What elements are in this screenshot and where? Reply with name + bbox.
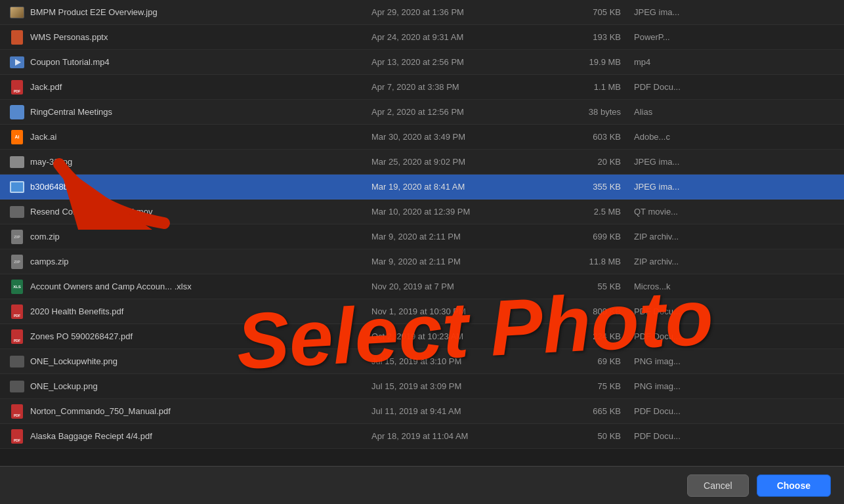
file-icon: ZIP: [8, 230, 26, 244]
file-size: 224 KB: [555, 331, 634, 341]
file-name: Resend Confirmation Email.mov: [30, 207, 371, 217]
file-size: 193 KB: [555, 32, 634, 42]
table-row[interactable]: may-31.jpg Mar 25, 2020 at 9:02 PM 20 KB…: [0, 150, 844, 175]
file-name: Coupon Tutorial.mp4: [30, 57, 371, 67]
file-date: Nov 20, 2019 at 7 PM: [371, 282, 555, 291]
file-name: Jack.ai: [30, 132, 371, 142]
file-icon: PDF: [8, 429, 26, 444]
file-size: 603 KB: [555, 132, 634, 142]
file-kind: JPEG ima...: [634, 157, 836, 167]
file-icon: Ai: [8, 130, 26, 144]
file-date: Apr 29, 2020 at 1:36 PM: [371, 7, 555, 17]
file-date: Mar 9, 2020 at 2:11 PM: [371, 232, 555, 242]
file-size: 2.5 MB: [555, 207, 634, 217]
file-size: 69 KB: [555, 356, 634, 366]
file-name: Norton_Commando_750_Manual.pdf: [30, 406, 371, 416]
file-size: 665 KB: [555, 406, 634, 416]
file-kind: mp4: [634, 57, 836, 67]
file-kind: JPEG ima...: [634, 7, 836, 17]
file-date: Apr 24, 2020 at 9:31 AM: [371, 32, 555, 42]
choose-button[interactable]: Choose: [757, 474, 831, 497]
table-row[interactable]: WMS Personas.pptx Apr 24, 2020 at 9:31 A…: [0, 25, 844, 50]
file-size: 699 KB: [555, 232, 634, 242]
file-icon: PDF: [8, 329, 26, 344]
file-kind: Micros...k: [634, 282, 836, 291]
file-size: 19.9 MB: [555, 57, 634, 67]
file-kind: PNG imag...: [634, 356, 836, 366]
file-name: Zones PO 5900268427.pdf: [30, 331, 371, 341]
cancel-button[interactable]: Cancel: [687, 474, 749, 497]
table-row[interactable]: RingCentral Meetings Apr 2, 2020 at 12:5…: [0, 100, 844, 125]
file-kind: Alias: [634, 107, 836, 117]
file-name: may-31.jpg: [30, 157, 371, 167]
file-kind: PNG imag...: [634, 381, 836, 391]
table-row[interactable]: BMPM Product E2E Overview.jpg Apr 29, 20…: [0, 0, 844, 25]
file-date: Apr 2, 2020 at 12:56 PM: [371, 107, 555, 117]
file-icon: [8, 205, 26, 219]
file-name: RingCentral Meetings: [30, 107, 371, 117]
file-kind: PDF Docu...: [634, 431, 836, 441]
file-name: WMS Personas.pptx: [30, 32, 371, 42]
table-row[interactable]: PDF Jack.pdf Apr 7, 2020 at 3:38 PM 1.1 …: [0, 75, 844, 100]
table-row[interactable]: PDF Alaska Baggage Reciept 4/4.pdf Apr 1…: [0, 424, 844, 449]
file-name: 2020 Health Benefits.pdf: [30, 306, 371, 316]
file-icon: [8, 55, 26, 70]
bottom-bar: Cancel Choose: [0, 466, 844, 504]
file-icon: PDF: [8, 304, 26, 319]
file-date: Mar 9, 2020 at 2:11 PM: [371, 257, 555, 266]
file-date: Mar 10, 2020 at 12:39 PM: [371, 207, 555, 217]
file-size: 11.8 MB: [555, 257, 634, 266]
file-name: camps.zip: [30, 257, 371, 266]
file-date: Oct 2, 2019 at 10:23 AM: [371, 331, 555, 341]
file-icon: ZIP: [8, 255, 26, 269]
file-kind: PDF Docu...: [634, 331, 836, 341]
file-name: ONE_Lockup.png: [30, 381, 371, 391]
table-row[interactable]: PDF Norton_Commando_750_Manual.pdf Jul 1…: [0, 399, 844, 424]
file-icon: [8, 155, 26, 169]
file-name: Account Owners and Camp Accoun... .xlsx: [30, 282, 371, 291]
table-row[interactable]: Coupon Tutorial.mp4 Apr 13, 2020 at 2:56…: [0, 50, 844, 75]
file-size: 800 KB: [555, 306, 634, 316]
file-size: 55 KB: [555, 282, 634, 291]
file-kind: PowerP...: [634, 32, 836, 42]
table-row[interactable]: ZIP camps.zip Mar 9, 2020 at 2:11 PM 11.…: [0, 249, 844, 274]
file-size: 705 KB: [555, 7, 634, 17]
table-row[interactable]: ONE_Lockup.png Jul 15, 2019 at 3:09 PM 7…: [0, 374, 844, 399]
file-icon: XLS: [8, 280, 26, 294]
table-row[interactable]: ONE_Lockupwhite.png Jul 15, 2019 at 3:10…: [0, 349, 844, 374]
file-date: Mar 19, 2020 at 8:41 AM: [371, 182, 555, 192]
file-kind: ZIP archiv...: [634, 232, 836, 242]
file-date: Jul 15, 2019 at 3:10 PM: [371, 356, 555, 366]
table-row[interactable]: PDF Zones PO 5900268427.pdf Oct 2, 2019 …: [0, 324, 844, 349]
file-name: Alaska Baggage Reciept 4/4.pdf: [30, 431, 371, 441]
file-date: Mar 25, 2020 at 9:02 PM: [371, 157, 555, 167]
file-icon: [8, 30, 26, 45]
file-size: 38 bytes: [555, 107, 634, 117]
file-date: Jul 11, 2019 at 9:41 AM: [371, 406, 555, 416]
table-row[interactable]: b30d648b.jpg Mar 19, 2020 at 8:41 AM 355…: [0, 175, 844, 200]
file-size: 75 KB: [555, 381, 634, 391]
file-date: Apr 18, 2019 at 11:04 AM: [371, 431, 555, 441]
file-date: Mar 30, 2020 at 3:49 PM: [371, 132, 555, 142]
file-icon: [8, 379, 26, 394]
table-row[interactable]: Resend Confirmation Email.mov Mar 10, 20…: [0, 200, 844, 224]
file-icon: PDF: [8, 80, 26, 94]
file-list[interactable]: BMPM Product E2E Overview.jpg Apr 29, 20…: [0, 0, 844, 466]
file-kind: Adobe...c: [634, 132, 836, 142]
file-kind: ZIP archiv...: [634, 257, 836, 266]
file-date: Apr 7, 2020 at 3:38 PM: [371, 82, 555, 92]
file-kind: QT movie...: [634, 207, 836, 217]
table-row[interactable]: ZIP com.zip Mar 9, 2020 at 2:11 PM 699 K…: [0, 224, 844, 249]
file-kind: PDF Docu...: [634, 406, 836, 416]
table-row[interactable]: Ai Jack.ai Mar 30, 2020 at 3:49 PM 603 K…: [0, 125, 844, 150]
file-icon: PDF: [8, 404, 26, 419]
file-date: Jul 15, 2019 at 3:09 PM: [371, 381, 555, 391]
table-row[interactable]: PDF 2020 Health Benefits.pdf Nov 1, 2019…: [0, 299, 844, 324]
file-size: 355 KB: [555, 182, 634, 192]
file-name: ONE_Lockupwhite.png: [30, 356, 371, 366]
table-row[interactable]: XLS Account Owners and Camp Accoun... .x…: [0, 274, 844, 299]
file-size: 50 KB: [555, 431, 634, 441]
file-name: Jack.pdf: [30, 82, 371, 92]
file-kind: JPEG ima...: [634, 182, 836, 192]
file-name: b30d648b.jpg: [30, 182, 371, 192]
